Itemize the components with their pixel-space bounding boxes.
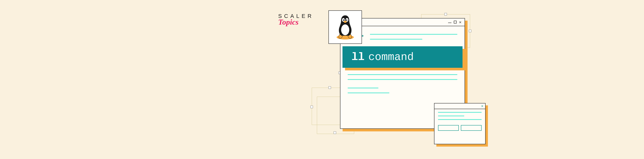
text-line <box>348 88 378 88</box>
command-banner: ll command <box>342 46 462 68</box>
text-line <box>370 34 457 35</box>
banner-content: ll command <box>342 46 462 68</box>
text-line <box>348 92 389 93</box>
text-line <box>348 79 457 80</box>
popup-titlebar: × <box>434 104 485 109</box>
minimize-icon[interactable] <box>448 22 452 23</box>
text-line <box>438 116 464 116</box>
svg-point-4 <box>343 19 344 21</box>
text-line <box>438 119 482 120</box>
close-icon[interactable]: × <box>459 20 462 24</box>
popup-content <box>434 109 485 134</box>
resize-handle-icon <box>334 131 336 134</box>
illustration-canvas: SCALER Topics × </> <box>270 0 502 159</box>
maximize-icon[interactable] <box>454 21 456 24</box>
text-line <box>438 112 482 113</box>
linux-logo-box <box>328 10 362 44</box>
text-line <box>370 39 422 40</box>
resize-handle-icon <box>310 106 313 108</box>
popup-button[interactable] <box>461 125 482 131</box>
popup-button-row <box>438 125 482 131</box>
resize-handle-icon <box>328 86 331 89</box>
popup-button[interactable] <box>438 125 459 131</box>
scaler-topics-logo: SCALER Topics <box>278 13 314 26</box>
code-header-row: </> <box>348 31 457 44</box>
linux-tux-icon <box>334 14 357 40</box>
svg-point-5 <box>346 19 347 21</box>
text-line <box>348 74 457 75</box>
close-icon[interactable]: × <box>481 104 484 108</box>
command-label: command <box>368 51 414 63</box>
svg-point-1 <box>341 24 349 35</box>
resize-handle-icon <box>469 30 472 32</box>
command-text: ll <box>352 51 364 63</box>
popup-window: × <box>434 103 486 144</box>
resize-handle-icon <box>444 13 447 16</box>
